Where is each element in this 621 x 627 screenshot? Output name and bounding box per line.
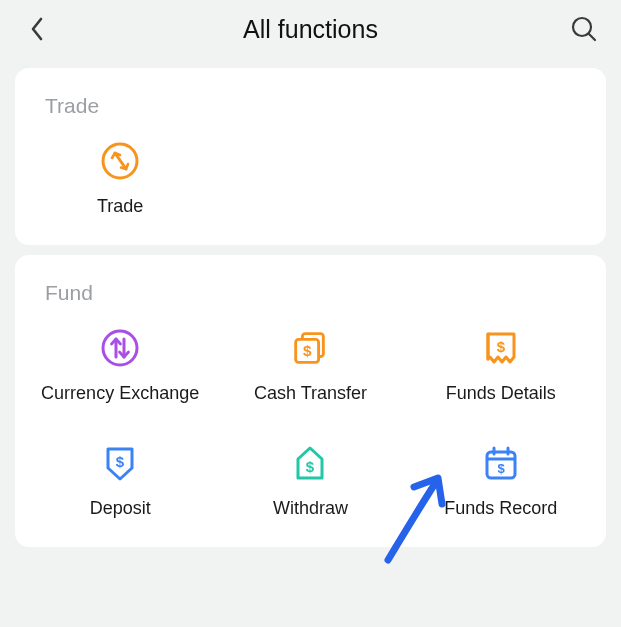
fn-funds-record[interactable]: $ Funds Record xyxy=(406,442,596,519)
svg-point-3 xyxy=(103,331,137,365)
fn-label: Deposit xyxy=(90,498,151,519)
fn-label: Trade xyxy=(97,196,143,217)
fn-deposit[interactable]: $ Deposit xyxy=(25,442,215,519)
svg-text:$: $ xyxy=(116,453,125,470)
fn-funds-details[interactable]: $ Funds Details xyxy=(406,327,596,404)
fn-currency-exchange[interactable]: Currency Exchange xyxy=(25,327,215,404)
topbar: All functions xyxy=(0,0,621,58)
svg-text:$: $ xyxy=(497,338,506,355)
section-fund: Fund Currency Exchange $ xyxy=(15,255,606,547)
fn-label: Withdraw xyxy=(273,498,348,519)
page-title: All functions xyxy=(243,15,378,44)
svg-text:$: $ xyxy=(306,458,315,475)
fn-trade[interactable]: Trade xyxy=(25,140,215,217)
chevron-left-icon xyxy=(28,15,46,43)
section-trade: Trade Trade xyxy=(15,68,606,245)
grid-trade: Trade xyxy=(15,140,606,217)
fn-label: Cash Transfer xyxy=(254,383,367,404)
section-title-fund: Fund xyxy=(15,273,606,327)
svg-text:$: $ xyxy=(497,461,505,476)
withdraw-icon: $ xyxy=(289,442,331,484)
funds-record-icon: $ xyxy=(480,442,522,484)
back-button[interactable] xyxy=(18,10,56,48)
cash-transfer-icon: $ xyxy=(289,327,331,369)
fn-label: Funds Details xyxy=(446,383,556,404)
fn-withdraw[interactable]: $ Withdraw xyxy=(215,442,405,519)
search-button[interactable] xyxy=(565,10,603,48)
fn-label: Currency Exchange xyxy=(41,383,199,404)
search-icon xyxy=(570,15,598,43)
fn-label: Funds Record xyxy=(444,498,557,519)
funds-details-icon: $ xyxy=(480,327,522,369)
section-title-trade: Trade xyxy=(15,86,606,140)
svg-line-1 xyxy=(589,34,595,40)
trade-icon xyxy=(99,140,141,182)
svg-text:$: $ xyxy=(303,342,312,359)
grid-fund: Currency Exchange $ Cash Transfer $ xyxy=(15,327,606,519)
deposit-icon: $ xyxy=(99,442,141,484)
currency-exchange-icon xyxy=(99,327,141,369)
fn-cash-transfer[interactable]: $ Cash Transfer xyxy=(215,327,405,404)
